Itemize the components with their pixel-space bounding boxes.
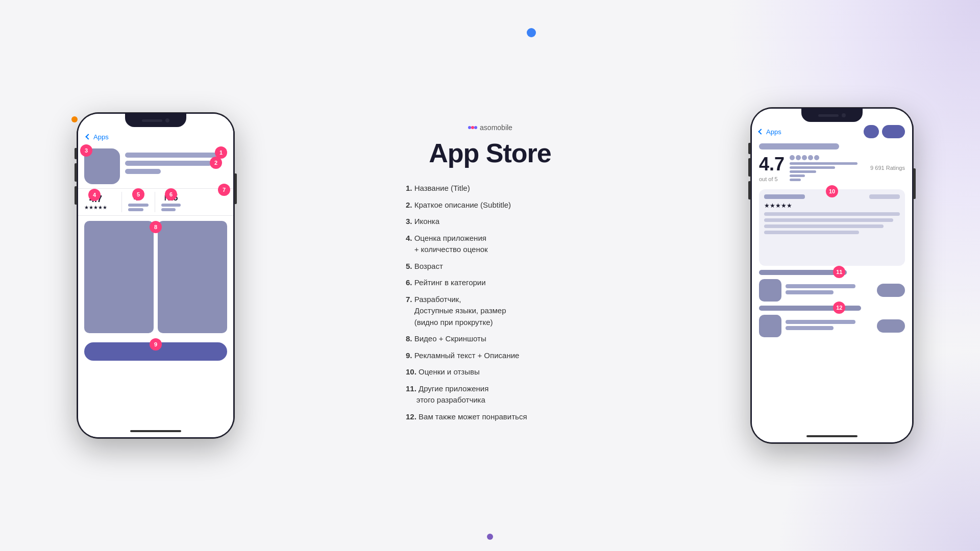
rline-3 bbox=[764, 224, 884, 228]
volume-up-button bbox=[75, 163, 77, 182]
screenshot-1 bbox=[84, 221, 154, 333]
left-back-button[interactable]: Apps bbox=[86, 133, 109, 141]
left-phone-notch bbox=[125, 114, 186, 127]
right-rating-bars bbox=[790, 162, 865, 181]
right-rating-dots bbox=[790, 155, 865, 160]
also-app-icon bbox=[759, 315, 781, 337]
left-screen-content: Apps 3 1 bbox=[78, 114, 233, 437]
badge-6: 6 bbox=[165, 188, 177, 201]
feature-8: 8. Видео + Скриншоты bbox=[406, 333, 574, 345]
logo-text: asomobile bbox=[406, 123, 574, 132]
left-get-button-area: 9 bbox=[78, 338, 233, 365]
age-block-wrapper: 5 4+ bbox=[128, 193, 149, 211]
feature-10-text: Оценки и отзывы bbox=[419, 367, 480, 376]
power-button bbox=[235, 173, 237, 204]
right-back-chevron bbox=[758, 129, 764, 134]
feature-4: 4. Оценка приложения + количество оценок bbox=[406, 233, 574, 256]
feature-3-text: Иконка bbox=[414, 217, 439, 226]
feature-1: 1. Название (Title) bbox=[406, 183, 574, 194]
rd-3 bbox=[802, 155, 807, 160]
feature-4-text: Оценка приложения + количество оценок bbox=[406, 234, 488, 254]
get-button-wrapper: 9 bbox=[84, 342, 227, 361]
feature-6: 6. Рейтинг в категории bbox=[406, 277, 574, 289]
also-header-bar bbox=[759, 306, 861, 311]
right-volume-down bbox=[748, 181, 750, 199]
rd-2 bbox=[796, 155, 801, 160]
review-card: ★★★★★ bbox=[759, 189, 905, 266]
purple-dot-bottom-decoration bbox=[487, 534, 493, 540]
subtitle-bar-wrapper: 2 bbox=[125, 161, 227, 166]
review-name-bar bbox=[764, 194, 805, 199]
dev-bar-2 bbox=[786, 290, 834, 294]
age-bar-1 bbox=[128, 204, 149, 207]
title-bar-wrapper: 1 bbox=[125, 151, 227, 158]
review-text-lines bbox=[764, 212, 900, 234]
badge-8: 8 bbox=[150, 221, 162, 233]
dev-app-icon bbox=[759, 279, 781, 302]
feature-2-num: 2. bbox=[406, 201, 412, 209]
dev-app-row bbox=[759, 279, 905, 302]
badge-11: 11 bbox=[833, 266, 845, 278]
right-back-button[interactable]: Apps bbox=[759, 128, 781, 136]
right-phone-notch bbox=[801, 109, 863, 122]
svg-point-2 bbox=[474, 126, 477, 129]
badge-12: 12 bbox=[833, 302, 845, 314]
dev-header-wrapper: 11 bbox=[759, 270, 905, 275]
feature-8-text: Видео + Скриншоты bbox=[414, 334, 486, 343]
age-bars bbox=[128, 204, 149, 211]
right-top-btn-2[interactable] bbox=[882, 125, 905, 138]
dev-get-button[interactable] bbox=[877, 284, 905, 297]
also-header-wrapper: 12 bbox=[759, 306, 905, 311]
rating-divider-1 bbox=[121, 192, 122, 212]
right-volume-up bbox=[748, 158, 750, 177]
feature-1-text: Название (Title) bbox=[414, 184, 470, 192]
also-bar-1 bbox=[786, 320, 855, 324]
notch-camera bbox=[165, 118, 169, 122]
logo-label: asomobile bbox=[480, 123, 512, 132]
also-get-button[interactable] bbox=[877, 319, 905, 333]
right-notch-speaker bbox=[818, 114, 839, 117]
right-app-title-bar bbox=[759, 143, 839, 149]
extra-bar bbox=[125, 169, 161, 174]
badge-10: 10 bbox=[826, 185, 838, 197]
rbar-1 bbox=[790, 179, 801, 181]
dev-section: 11 bbox=[759, 270, 905, 302]
feature-list: 1. Название (Title) 2. Краткое описание … bbox=[406, 183, 574, 422]
right-power bbox=[914, 168, 916, 199]
rd-5 bbox=[814, 155, 819, 160]
blue-dot-top-decoration bbox=[527, 28, 536, 37]
right-top-btn-1[interactable] bbox=[864, 125, 879, 138]
right-home-indicator bbox=[806, 435, 857, 437]
right-app-header: 4.7 out of 5 bbox=[752, 139, 912, 186]
page-container: Apps 3 1 bbox=[0, 0, 980, 551]
rating-block-wrapper: 4 4.7 ★★★★★ bbox=[84, 194, 115, 210]
left-phone-screen: Apps 3 1 bbox=[78, 114, 233, 437]
feature-3: 3. Иконка bbox=[406, 216, 574, 228]
rank-block-wrapper: 6 №5 bbox=[161, 193, 181, 211]
rline-4 bbox=[764, 231, 859, 234]
left-home-indicator bbox=[130, 430, 181, 432]
feature-3-num: 3. bbox=[406, 217, 412, 226]
feature-5-text: Возраст bbox=[414, 262, 443, 270]
feature-12-num: 12. bbox=[406, 412, 416, 421]
badge-3: 3 bbox=[80, 144, 92, 157]
orange-dot-decoration bbox=[71, 116, 78, 122]
rline-2 bbox=[764, 218, 893, 222]
also-app-row bbox=[759, 315, 905, 337]
feature-12: 12. Вам также может понравиться bbox=[406, 411, 574, 423]
rating-stars: ★★★★★ bbox=[84, 205, 107, 210]
review-stars: ★★★★★ bbox=[764, 202, 900, 209]
badge-2: 2 bbox=[210, 157, 222, 169]
right-rating-big: 4.7 bbox=[759, 154, 785, 174]
rd-4 bbox=[808, 155, 813, 160]
right-notch-camera bbox=[842, 113, 846, 117]
left-app-card: 3 1 2 bbox=[78, 144, 233, 188]
screenshot-2 bbox=[158, 221, 227, 333]
back-chevron-icon bbox=[85, 134, 91, 139]
feature-11-text: Другие приложения этого разработчика bbox=[406, 384, 488, 405]
left-app-icon-wrapper: 3 bbox=[84, 148, 120, 184]
right-phone-mockup: Apps 4.7 o bbox=[750, 107, 914, 444]
right-rating-detail bbox=[790, 155, 865, 181]
page-title: App Store bbox=[406, 138, 574, 168]
feature-8-num: 8. bbox=[406, 334, 412, 343]
